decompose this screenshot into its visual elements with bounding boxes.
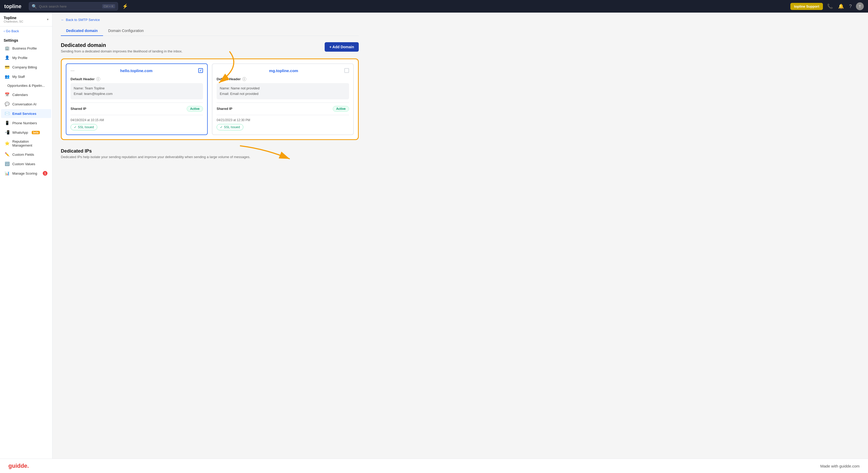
search-input[interactable] [39,4,100,8]
workspace-selector[interactable]: Topline Charleston, SC ▾ [0,12,52,27]
search-bar[interactable]: 🔍 Ctrl + K [29,2,118,10]
scoring-badge: 1 [43,171,48,176]
sidebar-item-label: Email Services [12,112,36,116]
card-header-1: ··· hello.topline.com [70,68,203,73]
sidebar-item-custom-values[interactable]: 🔢 Custom Values [1,159,51,168]
card-divider-2b [217,115,349,115]
ssl-icon-1: ✓ [74,125,76,129]
whatsapp-icon: 📲 [5,130,10,135]
sidebar-item-custom-fields[interactable]: ✏️ Custom Fields [1,150,51,159]
search-icon: 🔍 [32,4,37,9]
reputation-icon: ⭐ [5,141,10,146]
card-header-2: mg.topline.com [217,68,349,73]
email-label-2: Email: Email not provided [220,91,346,97]
my-profile-icon: 👤 [5,55,10,60]
business-profile-icon: 🏢 [5,46,10,51]
sidebar-item-email-services[interactable]: ✉️ Email Services [1,109,51,118]
tab-domain-configuration[interactable]: Domain Configuration [103,26,149,36]
sidebar-item-my-staff[interactable]: 👥 My Staff [1,72,51,81]
sidebar-item-calendars[interactable]: 📅 Calendars [1,90,51,99]
workspace-name: Topline [4,16,23,20]
go-back-link[interactable]: ‹ Go Back [0,27,52,36]
bell-icon[interactable]: 🔔 [837,2,845,10]
header-info-box-2: Name: Name not provided Email: Email not… [217,83,349,99]
back-arrow-icon: ‹ [4,29,5,33]
shared-ip-label-1: Shared IP [70,107,86,111]
sidebar-item-label: My Profile [12,56,28,60]
status-badge-2: Active [333,106,349,112]
support-button[interactable]: topline Support [790,3,823,10]
sidebar-item-phone-numbers[interactable]: 📱 Phone Numbers [1,119,51,127]
section-desc: Sending from a dedicated domain improves… [61,49,183,53]
footer: guidde. Made with guidde.com [0,459,868,473]
email-services-icon: ✉️ [5,111,10,116]
tab-dedicated-domain[interactable]: Dedicated domain [61,26,103,36]
dedicated-ips-title: Dedicated IPs [61,149,359,154]
domain-cards-container: ··· hello.topline.com Default Header i N… [61,59,359,140]
ssl-badge-1: ✓ SSL Issued [70,124,97,130]
card-more-button-1[interactable]: ··· [70,68,74,73]
manage-scoring-icon: 📊 [5,171,10,176]
sidebar-item-label: Reputation Management [12,139,48,147]
sidebar-item-label: WhatsApp [12,131,28,134]
chevron-down-icon: ▾ [47,18,49,21]
domain-name-1: hello.topline.com [120,68,152,73]
custom-values-icon: 🔢 [5,161,10,166]
phone-numbers-icon: 📱 [5,121,10,125]
shared-ip-row-2: Shared IP Active [217,106,349,112]
email-label-1: Email: team@topline.com [74,91,200,97]
card-divider-1b [70,115,203,115]
sidebar-item-opportunities[interactable]: Opportunities & Pipelin... [1,82,51,90]
sidebar-item-label: Conversation AI [12,102,36,106]
back-arrow-icon: ← [61,18,64,22]
footer-text: Made with guidde.com [820,464,860,468]
card-divider-1 [70,102,203,103]
conversation-ai-icon: 💬 [5,102,10,106]
back-link[interactable]: ← Back to SMTP Service [61,18,359,22]
status-badge-1: Active [187,106,203,112]
sidebar-item-label: Phone Numbers [12,121,37,125]
sidebar-item-label: Custom Values [12,162,35,166]
card-divider-2 [217,102,349,103]
add-domain-button[interactable]: + Add Domain [324,42,359,52]
workspace-location: Charleston, SC [4,20,23,23]
help-icon[interactable]: ? [848,3,853,10]
sidebar-item-label: Manage Scoring [12,171,37,176]
domain-checkbox-1[interactable] [198,68,203,73]
search-shortcut: Ctrl + K [102,4,115,8]
sidebar-item-label: Company Billing [12,65,37,69]
sidebar-item-company-billing[interactable]: 💳 Company Billing [1,63,51,71]
ssl-label-2: SSL Issued [224,125,240,129]
ssl-icon-2: ✓ [220,125,223,129]
sidebar-item-whatsapp[interactable]: 📲 WhatsApp beta [1,128,51,137]
sidebar-item-label: My Staff [12,75,25,78]
phone-icon[interactable]: 📞 [826,2,834,10]
section-title: Dedicated domain [61,42,183,48]
domain-card-1: ··· hello.topline.com Default Header i N… [66,63,208,135]
sidebar-item-business-profile[interactable]: 🏢 Business Profile [1,44,51,53]
sidebar-item-label: Calendars [12,93,28,97]
shared-ip-row-1: Shared IP Active [70,106,203,112]
section-header: Dedicated domain Sending from a dedicate… [61,42,359,53]
sidebar-item-conversation-ai[interactable]: 💬 Conversation AI [1,100,51,108]
main-content: ← Back to SMTP Service Dedicated domain … [53,12,868,459]
lightning-icon[interactable]: ⚡ [121,2,129,10]
domain-checkbox-2[interactable] [344,68,349,73]
default-header-label-2: Default Header i [217,77,349,81]
info-icon-1[interactable]: i [96,77,100,81]
sidebar-item-label: Business Profile [12,46,37,50]
domain-name-2: mg.topline.com [269,68,298,73]
info-icon-2[interactable]: i [242,77,246,81]
sidebar-item-my-profile[interactable]: 👤 My Profile [1,53,51,62]
my-staff-icon: 👥 [5,74,10,79]
sidebar: Topline Charleston, SC ▾ ‹ Go Back Setti… [0,12,53,459]
domain-card-2: mg.topline.com Default Header i Name: Na… [212,63,354,135]
dedicated-ips-section: Dedicated IPs Dedicated IPs help isolate… [61,149,359,159]
app-logo: topline [4,3,22,9]
dedicated-ips-desc: Dedicated IPs help isolate your sending … [61,155,359,159]
sidebar-item-manage-scoring[interactable]: 📊 Manage Scoring 1 [1,169,51,178]
avatar[interactable]: T [856,2,864,10]
footer-logo: guidde. [8,463,29,469]
sidebar-item-reputation-management[interactable]: ⭐ Reputation Management [1,137,51,150]
header-info-box-1: Name: Team Topline Email: team@topline.c… [70,83,203,99]
